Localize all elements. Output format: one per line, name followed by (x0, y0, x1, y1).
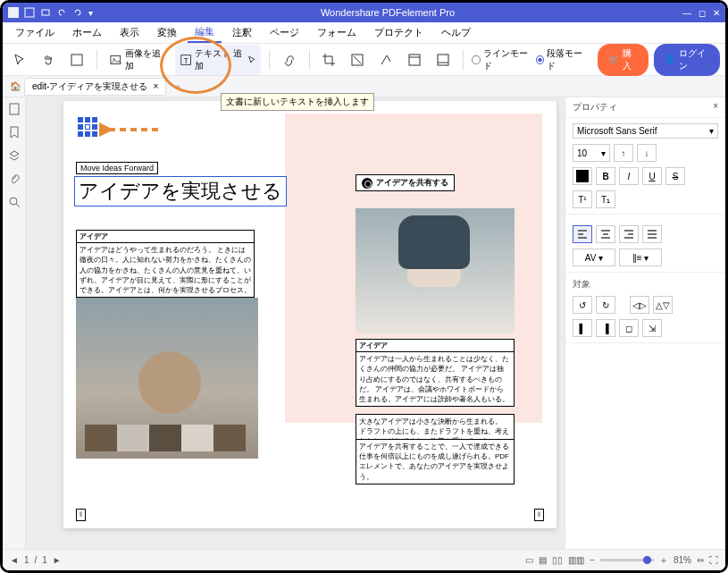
doc-image-mug[interactable] (356, 208, 515, 333)
italic-button[interactable]: I (619, 167, 639, 185)
obj-align-left[interactable]: ▌ (573, 319, 592, 337)
bold-button[interactable]: B (596, 167, 615, 185)
thumbnails-icon[interactable] (8, 103, 21, 115)
doc-block-4[interactable]: アイデアを共有することで、一人で達成できる仕事を何倍以上にものを成し遂げられる。… (356, 439, 515, 485)
svg-rect-0 (8, 7, 19, 18)
cursor-icon (248, 53, 256, 67)
view-cont-facing-icon[interactable]: ▥▥ (568, 555, 584, 565)
menu-protect[interactable]: プロテクト (367, 23, 431, 42)
hand-tool[interactable] (37, 50, 60, 70)
edit-object-tool[interactable] (65, 50, 88, 70)
align-right[interactable] (619, 225, 639, 243)
subscript-button[interactable]: T₁ (596, 190, 615, 208)
zoom-out-button[interactable]: − (590, 555, 595, 565)
menu-annotate[interactable]: 注釈 (225, 23, 259, 42)
layers-icon[interactable] (8, 149, 21, 162)
align-justify[interactable] (642, 225, 662, 243)
document-canvas[interactable]: Move Ideas Forward アイデアを実現させる アイデアを共有する … (26, 97, 565, 549)
attachments-icon[interactable] (8, 173, 21, 185)
close-button[interactable]: ✕ (713, 8, 720, 18)
edit-toolbar: 画像を追加 T テキスト 追加 ラインモード 段落モード 🛒 購入 👤 ログイン (3, 44, 725, 76)
menu-home[interactable]: ホーム (65, 23, 109, 42)
superscript-button[interactable]: T¹ (573, 190, 592, 208)
fit-page-icon[interactable]: ⛶ (709, 555, 718, 565)
doc-image-pottery[interactable] (76, 298, 258, 459)
svg-rect-11 (438, 55, 448, 65)
obj-replace[interactable]: ⇲ (642, 319, 662, 337)
login-button[interactable]: 👤 ログイン (654, 44, 721, 76)
font-family-select[interactable]: Microsoft Sans Serif▾ (573, 123, 718, 139)
home-tab-icon[interactable]: 🏠 (6, 81, 24, 91)
undo-icon[interactable] (56, 7, 67, 18)
obj-crop[interactable]: ◻ (619, 319, 639, 337)
save-icon[interactable] (24, 7, 35, 18)
svg-line-15 (16, 204, 20, 207)
font-size-select[interactable]: 10▾ (573, 144, 610, 162)
bookmarks-icon[interactable] (8, 126, 21, 139)
view-single-icon[interactable]: ▭ (525, 555, 533, 565)
menu-edit[interactable]: 編集 (188, 22, 222, 43)
svg-rect-1 (25, 8, 34, 17)
maximize-button[interactable]: ◻ (699, 8, 706, 18)
menu-view[interactable]: 表示 (113, 23, 146, 42)
font-color[interactable] (573, 167, 592, 185)
bates-tool[interactable] (431, 50, 455, 70)
title-bar: ▾ Wondershare PDFelement Pro ― ◻ ✕ (3, 3, 725, 22)
obj-align-right[interactable]: ▐ (596, 319, 615, 337)
target-section-label: 対象 (573, 278, 718, 291)
menu-form[interactable]: フォーム (310, 23, 364, 42)
next-page-button[interactable]: ► (53, 555, 62, 565)
close-tab-icon[interactable]: × (153, 81, 158, 91)
char-spacing[interactable]: AV ▾ (573, 249, 615, 266)
menu-convert[interactable]: 変換 (150, 23, 184, 42)
line-spacing[interactable]: ‖≡ ▾ (619, 249, 662, 266)
header-footer-tool[interactable] (403, 50, 426, 70)
prev-page-button[interactable]: ◄ (10, 555, 19, 565)
menu-help[interactable]: ヘルプ (434, 23, 478, 42)
font-size-up[interactable]: ↑ (614, 144, 633, 162)
zoom-in-button[interactable]: ＋ (659, 554, 668, 567)
new-tab-button[interactable]: ＋ (166, 79, 189, 95)
doc-heading[interactable]: アイデアを実現させる (74, 176, 287, 206)
zoom-value[interactable]: 81% (674, 555, 691, 565)
close-panel-icon[interactable]: × (713, 101, 718, 114)
align-left[interactable] (573, 225, 592, 243)
redo-icon[interactable] (72, 7, 83, 18)
link-tool[interactable] (278, 50, 301, 70)
doc-share-label[interactable]: アイデアを共有する (356, 174, 455, 191)
crop-tool[interactable] (317, 50, 340, 70)
menu-file[interactable]: ファイル (8, 23, 62, 42)
document-tab[interactable]: edit-アイディアを実現させる× (24, 78, 166, 96)
underline-button[interactable]: U (642, 167, 662, 185)
add-text-button[interactable]: T テキスト 追加 (175, 45, 261, 75)
line-mode-radio[interactable]: ラインモード (472, 47, 531, 72)
text-insert-handle[interactable] (78, 117, 97, 137)
paragraph-mode-radio[interactable]: 段落モード (536, 47, 587, 72)
zoom-slider[interactable] (600, 559, 654, 561)
minimize-button[interactable]: ― (682, 8, 691, 18)
rotate-ccw[interactable]: ↺ (573, 296, 592, 314)
doc-block-1[interactable]: アイデア アイデアはどうやって生まれるのだろう。 ときには徹夜の日々。人に知れな… (76, 230, 255, 298)
add-image-button[interactable]: 画像を追加 (105, 45, 170, 75)
page-current[interactable]: 1 (24, 555, 29, 565)
watermark-tool[interactable] (346, 50, 369, 70)
properties-title: プロパティ (573, 101, 617, 114)
strike-button[interactable]: S (665, 167, 685, 185)
search-icon[interactable] (8, 196, 21, 208)
view-facing-icon[interactable]: ▯▯ (552, 555, 563, 565)
print-icon[interactable] (40, 7, 51, 18)
flip-horizontal[interactable]: ◁▷ (630, 296, 649, 314)
doc-tagline[interactable]: Move Ideas Forward (76, 162, 158, 174)
rotate-cw[interactable]: ↻ (596, 296, 615, 314)
select-tool[interactable] (8, 50, 31, 70)
font-size-down[interactable]: ↓ (637, 144, 657, 162)
align-center[interactable] (596, 225, 615, 243)
view-continuous-icon[interactable]: ▤ (539, 555, 547, 565)
flip-vertical[interactable]: △▽ (653, 296, 673, 314)
buy-button[interactable]: 🛒 購入 (598, 44, 648, 76)
doc-block-2[interactable]: アイデア アイデアは一人から生まれることは少なく、たくさんの仲間の協力が必要だ。… (356, 339, 515, 407)
page-number-right: ⦀ (534, 509, 544, 521)
fit-width-icon[interactable]: ⇔ (697, 555, 704, 565)
background-tool[interactable] (374, 50, 397, 70)
menu-page[interactable]: ページ (263, 23, 306, 42)
